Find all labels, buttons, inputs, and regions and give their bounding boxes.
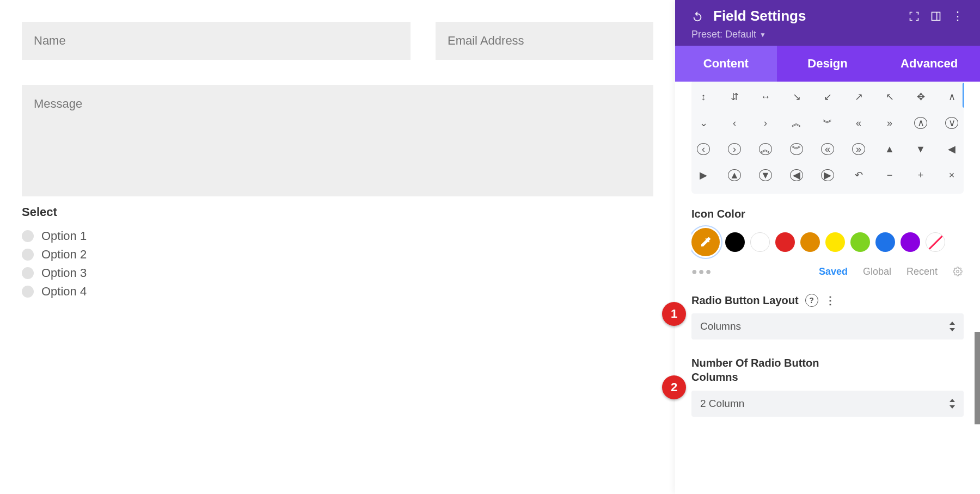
radio-option[interactable]: Option 3 [22,266,653,280]
undo-icon[interactable] [691,10,703,22]
icon-circ-dbl-right[interactable]: » [852,143,865,155]
icon-circ-tri-right[interactable]: ▶ [821,169,834,181]
icon-chev-up[interactable]: ∧ [945,91,958,103]
icon-undo[interactable]: ↶ [852,169,865,181]
radio-dot-icon [22,230,34,242]
radio-layout-label: Radio Button Layout [691,294,799,307]
color-swatch-yellow[interactable] [825,232,845,252]
message-field[interactable]: Message [22,85,653,196]
icon-dbl-down[interactable]: ︾ [821,116,834,129]
tab-design[interactable]: Design [777,46,879,82]
color-tabs: ●●● Saved Global Recent [691,266,964,277]
icon-circ-dbl-up[interactable]: ︽ [759,143,772,155]
color-swatch-white[interactable] [750,232,770,252]
icon-chev-left[interactable]: ‹ [728,118,741,129]
global-link[interactable]: Global [863,266,891,277]
tab-content[interactable]: Content [675,46,777,82]
icon-picker: ↕ ⇵ ↔ ↘ ↙ ↗ ↖ ✥ ∧ ⌄ ‹ › ︽ ︾ « » [691,82,964,194]
color-swatches [691,228,964,256]
caret-down-icon: ▼ [759,31,766,39]
select-block: Select Option 1 Option 2 Option 3 Option… [22,205,653,299]
radio-dot-icon [22,267,34,279]
icon-tri-left[interactable]: ◀ [945,143,958,155]
help-icon[interactable]: ? [805,294,818,307]
recent-link[interactable]: Recent [906,266,938,277]
option-label: Option 1 [41,229,87,243]
icon-minus[interactable]: − [883,170,896,181]
preset-dropdown[interactable]: Preset: Default ▼ [691,29,964,40]
kebab-icon[interactable]: ⋮ [952,10,964,22]
eyedropper-swatch[interactable] [691,228,720,256]
icon-move[interactable]: ✥ [914,91,927,103]
radio-dot-icon [22,286,34,298]
email-field[interactable]: Email Address [436,22,653,60]
icon-circ-dbl-down[interactable]: ︾ [790,143,803,155]
tab-advanced[interactable]: Advanced [878,46,980,82]
settings-panel: Field Settings ⋮ Preset: Default ▼ Conte… [675,0,980,494]
option-label: Option 4 [41,285,87,299]
icon-circ-left[interactable]: ‹ [697,143,710,155]
panel-title: Field Settings [713,8,898,24]
svg-rect-0 [932,12,940,20]
icon-circ-tri-down[interactable]: ▼ [759,169,772,181]
icon-circ-up[interactable]: ∧ [914,117,927,129]
annotation-badge-2: 2 [662,375,686,399]
option-label: Option 2 [41,248,87,262]
icon-swap-vertical[interactable]: ⇵ [728,91,741,103]
icon-arrow-se[interactable]: ↘ [790,91,803,103]
select-label: Select [22,205,653,219]
panel-scrollbar-thumb[interactable] [975,332,980,424]
radio-columns-label: Number Of Radio Button Columns [691,356,833,384]
icon-arrow-nw[interactable]: ↖ [883,91,896,103]
radio-option[interactable]: Option 4 [22,285,653,299]
icon-arrow-updown[interactable]: ↕ [697,91,710,103]
icon-dbl-left[interactable]: « [852,118,865,129]
icon-tri-down[interactable]: ▼ [914,144,927,155]
radio-layout-label-row: Radio Button Layout ? ⋮ [691,294,964,307]
color-swatch-green[interactable] [850,232,870,252]
color-swatch-orange[interactable] [800,232,820,252]
radio-option[interactable]: Option 2 [22,248,653,262]
icon-close[interactable]: × [945,170,958,181]
panel-tabs: Content Design Advanced [675,46,980,82]
icon-chev-right[interactable]: › [759,118,772,129]
icon-dbl-right[interactable]: » [883,118,896,129]
icon-circ-right[interactable]: › [728,143,741,155]
icon-tri-up[interactable]: ▲ [883,144,896,155]
radio-option[interactable]: Option 1 [22,229,653,243]
radio-layout-select[interactable]: Columns [691,313,964,339]
icon-arrow-sw[interactable]: ↙ [821,91,834,103]
color-swatch-none[interactable] [926,232,945,252]
icon-dbl-up[interactable]: ︽ [790,116,803,129]
icon-plus[interactable]: + [914,170,927,181]
annotation-badge-1: 1 [662,302,686,326]
icon-chev-down[interactable]: ⌄ [697,117,710,129]
icon-picker-scroll-thumb[interactable] [963,83,964,108]
layout-icon[interactable] [930,10,942,22]
option-label: Option 3 [41,266,87,280]
preset-label: Preset: Default [691,29,756,40]
kebab-icon[interactable]: ⋮ [825,294,836,307]
icon-circ-dbl-left[interactable]: « [821,143,834,155]
icon-circ-down[interactable]: ∨ [945,117,958,129]
icon-circ-tri-left[interactable]: ◀ [790,169,803,181]
icon-arrow-leftright[interactable]: ↔ [759,91,772,103]
color-swatch-red[interactable] [775,232,795,252]
color-swatch-black[interactable] [725,232,745,252]
icon-circ-tri-up[interactable]: ▲ [728,169,741,181]
radio-columns-select[interactable]: 2 Column [691,391,964,417]
radio-dot-icon [22,249,34,261]
panel-header: Field Settings ⋮ Preset: Default ▼ [675,0,980,46]
svg-point-2 [957,270,959,273]
more-dots-icon[interactable]: ●●● [691,266,804,277]
name-field[interactable]: Name [22,22,411,60]
gear-icon[interactable] [953,267,964,277]
radio-columns-value: 2 Column [700,398,744,410]
icon-tri-right[interactable]: ▶ [697,169,710,181]
focus-icon[interactable] [908,10,920,22]
color-swatch-purple[interactable] [901,232,920,252]
form-preview: Name Email Address Message Select Option… [0,0,675,494]
color-swatch-blue[interactable] [875,232,895,252]
icon-arrow-ne[interactable]: ↗ [852,91,865,103]
saved-link[interactable]: Saved [819,266,848,277]
